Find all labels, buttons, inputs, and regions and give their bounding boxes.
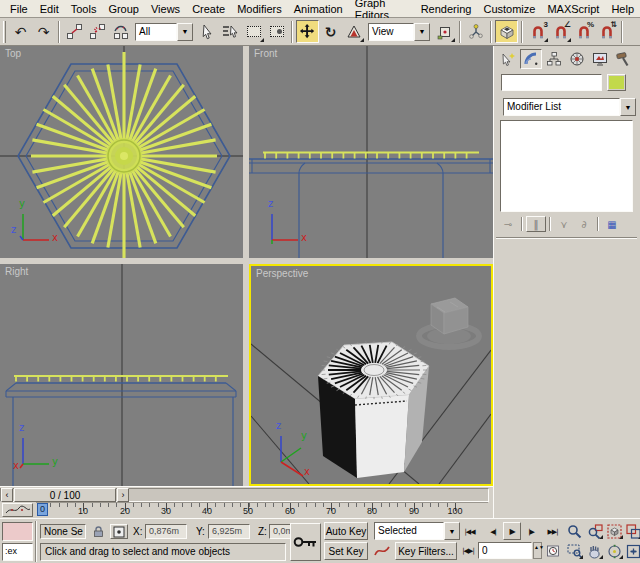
unlink-selection-button[interactable] (86, 20, 109, 43)
current-frame-field[interactable] (478, 542, 532, 559)
menu-animation[interactable]: Animation (288, 2, 349, 16)
select-and-move-button[interactable] (296, 20, 319, 43)
set-keys-button[interactable] (290, 523, 321, 561)
selection-region-button[interactable] (242, 20, 265, 43)
chevron-down-icon[interactable]: ▼ (444, 522, 460, 540)
time-slider-next-button[interactable]: › (117, 488, 129, 502)
spinner-snap-button[interactable]: ⇅ (595, 20, 618, 43)
chevron-down-icon[interactable]: ▼ (620, 98, 636, 116)
modifier-list-dropdown[interactable]: Modifier List ▼ (503, 98, 636, 116)
remove-modifier-button[interactable]: ∂ (574, 216, 594, 232)
maxscript-listener-field[interactable]: :ex (2, 543, 33, 561)
chevron-down-icon[interactable]: ▼ (177, 23, 193, 41)
viewport-label-front[interactable]: Front (254, 48, 277, 59)
set-key-button[interactable]: Set Key (324, 542, 368, 560)
y-coord-field[interactable]: 6,925m (208, 524, 250, 539)
use-pivot-center-button[interactable] (433, 20, 456, 43)
pin-stack-button[interactable]: ⊸ (498, 216, 518, 232)
menu-edit[interactable]: Edit (34, 2, 65, 16)
redo-button[interactable]: ↷ (32, 20, 55, 43)
menu-help[interactable]: Help (605, 2, 640, 16)
tab-create[interactable] (497, 49, 519, 69)
auto-key-button[interactable]: Auto Key (324, 522, 368, 540)
zoom-button[interactable] (565, 522, 584, 540)
menu-file[interactable]: File (4, 2, 34, 16)
select-and-link-button[interactable] (63, 20, 86, 43)
select-object-button[interactable] (196, 20, 219, 43)
keyboard-override-toggle[interactable] (495, 20, 518, 43)
time-slider-handle[interactable]: 0 / 100 (14, 488, 116, 502)
select-by-name-button[interactable] (219, 20, 242, 43)
viewport-label-perspective[interactable]: Perspective (256, 268, 308, 279)
tab-display[interactable] (589, 49, 611, 69)
zoom-all-button[interactable] (585, 522, 604, 540)
key-mode-dropdown[interactable]: Selected ▼ (374, 522, 460, 540)
key-mode-toggle-button[interactable]: |◀▶| (460, 542, 476, 559)
zoom-extents-button[interactable] (605, 522, 624, 540)
percent-snap-button[interactable]: % (572, 20, 595, 43)
viewport-perspective[interactable]: Perspective z y x (249, 264, 493, 486)
current-frame-marker[interactable]: 0 (37, 503, 48, 516)
frame-spinner[interactable]: ▲▼ (533, 542, 542, 559)
object-color-swatch[interactable] (607, 74, 626, 91)
tab-utilities[interactable] (612, 49, 634, 69)
selection-lock-toggle[interactable] (90, 524, 107, 539)
chevron-down-icon[interactable]: ▼ (414, 23, 430, 41)
undo-button[interactable]: ↶ (9, 20, 32, 43)
modifier-stack-list[interactable] (500, 120, 633, 212)
time-configuration-button[interactable] (545, 542, 561, 559)
spinner-down-icon[interactable]: ▼ (539, 544, 544, 550)
select-and-manipulate-button[interactable] (464, 20, 487, 43)
make-unique-button[interactable]: ⋎ (554, 216, 574, 232)
key-filters-button[interactable]: Key Filters... (395, 542, 457, 560)
right-viewport-canvas[interactable] (0, 264, 243, 486)
bind-to-space-warp-button[interactable] (109, 20, 132, 43)
menu-tools[interactable]: Tools (65, 2, 103, 16)
select-and-rotate-button[interactable]: ↻ (319, 20, 342, 43)
angle-snap-button[interactable]: ∠ (549, 20, 572, 43)
tab-modify[interactable] (520, 49, 542, 69)
time-slider-prev-button[interactable]: ‹ (1, 488, 13, 502)
select-and-scale-button[interactable] (342, 20, 365, 43)
menu-maxscript[interactable]: MAXScript (541, 2, 605, 16)
viewport-right[interactable]: Right z y x (0, 264, 243, 486)
menu-views[interactable]: Views (145, 2, 186, 16)
toolbar-grip[interactable] (3, 21, 6, 43)
play-animation-button[interactable]: ▶ (503, 522, 521, 540)
menu-customize[interactable]: Customize (477, 2, 541, 16)
tab-motion[interactable] (566, 49, 588, 69)
go-to-start-button[interactable]: |◀◀ (460, 523, 479, 540)
viewport-label-top[interactable]: Top (5, 48, 21, 59)
x-coord-field[interactable]: 0,876m (145, 524, 187, 539)
go-to-end-button[interactable]: ▶▶| (543, 523, 562, 540)
track-bar[interactable]: 10 20 30 40 50 60 70 80 90 100 0 (0, 502, 493, 518)
macro-recorder-field[interactable] (2, 522, 33, 541)
top-viewport-canvas[interactable] (0, 46, 243, 258)
pan-view-button[interactable] (585, 542, 604, 560)
coord-system-dropdown[interactable]: View ▼ (368, 23, 430, 41)
menu-modifiers[interactable]: Modifiers (231, 2, 288, 16)
configure-modifier-sets-button[interactable]: ▦ (602, 216, 622, 232)
menu-rendering[interactable]: Rendering (415, 2, 478, 16)
previous-frame-button[interactable]: ◀| (485, 523, 501, 540)
open-mini-curve-editor-button[interactable] (2, 503, 33, 517)
default-tangent-button[interactable] (371, 542, 393, 560)
viewport-top[interactable]: Top y z x (0, 46, 243, 258)
perspective-viewport-canvas[interactable] (251, 266, 491, 484)
absolute-offset-mode-button[interactable] (110, 524, 128, 539)
zoom-extents-all-button[interactable] (624, 522, 640, 540)
window-crossing-button[interactable] (265, 20, 288, 43)
next-frame-button[interactable]: |▶ (523, 523, 539, 540)
show-end-result-button[interactable]: ‖ (526, 216, 546, 232)
object-name-field[interactable] (501, 74, 602, 91)
viewport-label-right[interactable]: Right (5, 266, 28, 277)
snaps-toggle-button[interactable]: 3 (526, 20, 549, 43)
menu-group[interactable]: Group (102, 2, 145, 16)
tab-hierarchy[interactable] (543, 49, 565, 69)
menu-create[interactable]: Create (186, 2, 231, 16)
min-max-toggle-button[interactable] (624, 542, 640, 560)
zoom-region-button[interactable] (565, 542, 584, 560)
viewport-front[interactable]: Front z x (249, 46, 493, 258)
arc-rotate-button[interactable] (605, 542, 624, 560)
selection-filter-dropdown[interactable]: All ▼ (135, 23, 193, 41)
